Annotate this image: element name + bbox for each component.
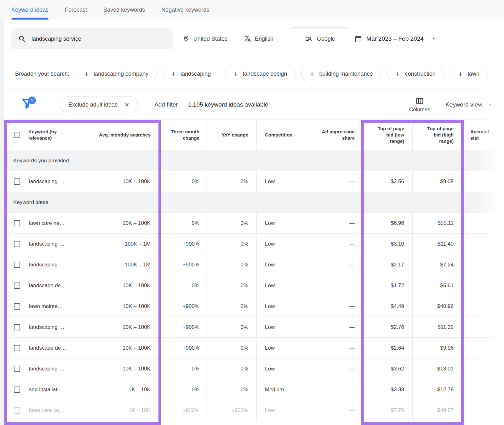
tab-keyword-ideas[interactable]: Keyword ideas — [11, 0, 49, 20]
keyword-search-box[interactable] — [11, 28, 173, 49]
keyword-label: lawn mainte… — [29, 303, 63, 310]
cell-value: — — [349, 282, 355, 289]
top-of-page-bid-high-cell: $55.11 — [413, 213, 462, 233]
row-checkbox[interactable] — [14, 387, 20, 393]
cell-value: $40.96 — [437, 303, 454, 310]
broaden-chip[interactable]: +building maintenance — [301, 66, 381, 82]
search-network-button[interactable]: Google — [290, 27, 350, 50]
top-of-page-bid-low-cell: $2.64 — [363, 338, 413, 358]
row-checkbox[interactable] — [14, 262, 20, 268]
table-row[interactable]: landscaping …10K – 100K0%0%Low—$3.62$13.… — [4, 358, 504, 379]
cell-value: 0% — [240, 178, 248, 185]
row-checkbox[interactable] — [14, 303, 20, 310]
row-checkbox[interactable] — [14, 178, 20, 185]
select-all-checkbox[interactable] — [14, 132, 20, 138]
date-range-selector[interactable]: Mar 2023 – Feb 2024 ▼ — [355, 27, 438, 50]
cell-value: 0% — [192, 366, 199, 372]
yoy-change-cell: 0% — [208, 254, 257, 275]
plus-icon: + — [310, 70, 314, 78]
table-header-row: Keyword (by relevance)Avg. monthly searc… — [4, 119, 504, 150]
top-of-page-bid-high-cell: $49.57 — [413, 400, 462, 421]
search-network-icon — [305, 35, 312, 43]
columns-button[interactable]: Columns — [409, 97, 430, 113]
close-icon[interactable]: ✕ — [124, 101, 129, 108]
cell-value: 0% — [240, 220, 248, 226]
table-row[interactable]: lawn care ne…10K – 100K0%0%Low—$6.96$55.… — [4, 213, 504, 234]
tab-negative-keywords[interactable]: Negative keywords — [161, 0, 209, 20]
cell-value: $7.24 — [440, 262, 454, 268]
keyword-view-label: Keyword view — [445, 101, 482, 108]
keyword-cell: landscaping — [4, 254, 77, 275]
table-row[interactable]: landscaping100K – 1M+900%0%Low—$2.17$7.2… — [4, 254, 504, 275]
keyword-label: landscaping … — [29, 241, 64, 247]
keyword-cell: sod installati… — [4, 379, 77, 400]
row-checkbox[interactable] — [14, 282, 20, 289]
three-month-change-cell: +900% — [159, 338, 208, 358]
broaden-chip[interactable]: +lawn — [450, 66, 488, 82]
broaden-chip[interactable]: +landscaping company — [76, 66, 157, 82]
row-checkbox[interactable] — [14, 366, 20, 372]
table-row[interactable]: landscaping …10K – 100K+900%0%Low—$2.76$… — [4, 317, 504, 338]
active-tab-underline — [11, 18, 49, 20]
row-checkbox[interactable] — [14, 345, 20, 351]
tab-forecast[interactable]: Forecast — [65, 0, 87, 20]
location-selector[interactable]: United States — [183, 35, 227, 42]
filter-funnel-button[interactable]: 1 — [21, 98, 34, 112]
keyword-label: landscape de… — [29, 282, 66, 289]
keyword-cell: lawn care co… — [4, 400, 77, 421]
tab-saved-keywords[interactable]: Saved keywords — [103, 0, 145, 20]
table-row[interactable]: landscaping …100K – 1M+900%0%Low—$3.10$1… — [4, 234, 504, 254]
table-row[interactable]: lawn care co…1K – 10K+900%+900%Low—$7.76… — [4, 400, 504, 421]
top-of-page-bid-low-cell: $2.56 — [363, 171, 413, 192]
cell-value: $9.08 — [440, 178, 454, 185]
keyword-view-selector[interactable]: Keyword view ▼ — [445, 101, 492, 108]
avg-monthly-searches-cell: 1K – 10K — [77, 379, 159, 400]
yoy-change-cell: 0% — [208, 358, 257, 379]
top-of-page-bid-low-cell: $2.76 — [363, 317, 413, 337]
cell-value: 100K – 1M — [125, 241, 151, 247]
search-input[interactable] — [31, 35, 166, 43]
table-row[interactable]: landscape de…10K – 100K+900%0%Low—$2.64$… — [4, 338, 504, 358]
row-checkbox[interactable] — [14, 407, 20, 414]
main-panel: United States English Google Mar 2023 – … — [4, 20, 504, 421]
table-row[interactable]: lawn mainte…10K – 100K+900%0%Low—$4.49$4… — [4, 296, 504, 317]
three-month-change-cell: +900% — [159, 400, 208, 421]
chevron-down-icon: ▼ — [488, 102, 492, 107]
cell-value: +900% — [183, 324, 199, 330]
ad-impression-share-cell: — — [311, 275, 363, 296]
ad-impression-share-cell: — — [311, 338, 363, 358]
tab-label: Keyword ideas — [11, 7, 49, 13]
cell-value: 10K – 100K — [123, 303, 151, 310]
table-row[interactable]: sod installati…1K – 10K0%0%Medium—$3.38$… — [4, 379, 504, 400]
translate-icon — [244, 35, 251, 43]
add-filter-button[interactable]: Add filter — [154, 101, 178, 108]
cell-value: 0% — [240, 241, 248, 247]
avg-monthly-searches-cell: 10K – 100K — [77, 296, 159, 317]
table-row[interactable]: landscape de…10K – 100K0%0%Low—$1.72$6.6… — [4, 275, 504, 296]
broaden-chip[interactable]: +construction — [387, 66, 444, 82]
ad-impression-share-cell: — — [311, 296, 363, 317]
cell-value: $9.96 — [440, 345, 454, 351]
top-of-page-bid-high-cell: $6.61 — [413, 275, 462, 296]
competition-cell: Low — [257, 234, 311, 254]
table-row[interactable]: landscaping …10K – 100K0%0%Low—$2.56$9.0… — [4, 171, 504, 192]
language-selector[interactable]: English — [244, 35, 273, 43]
filter-count-badge: 1 — [28, 96, 36, 104]
row-checkbox[interactable] — [14, 324, 20, 330]
competition-cell: Medium — [257, 379, 311, 400]
broaden-chip[interactable]: +landscape design — [225, 66, 295, 82]
top-of-page-bid-low-cell: $3.10 — [363, 234, 413, 254]
section-title: Keyword ideas — [13, 199, 49, 206]
cell-value: $3.62 — [391, 366, 404, 372]
cell-value: 10K – 100K — [123, 220, 151, 226]
broaden-chip[interactable]: +landscaping — [163, 66, 219, 82]
row-checkbox[interactable] — [14, 220, 20, 226]
top-of-page-bid-low-cell: $6.96 — [363, 213, 413, 233]
cell-value: 0% — [240, 366, 248, 372]
exclude-adult-ideas-chip[interactable]: Exclude adult ideas ✕ — [60, 96, 138, 113]
row-checkbox[interactable] — [14, 241, 20, 247]
cell-value: 10K – 100K — [123, 178, 151, 185]
yoy-change-cell: 0% — [208, 171, 257, 192]
table-section-header: Keyword ideas — [4, 192, 504, 213]
keyword-label: lawn care ne… — [29, 220, 65, 226]
